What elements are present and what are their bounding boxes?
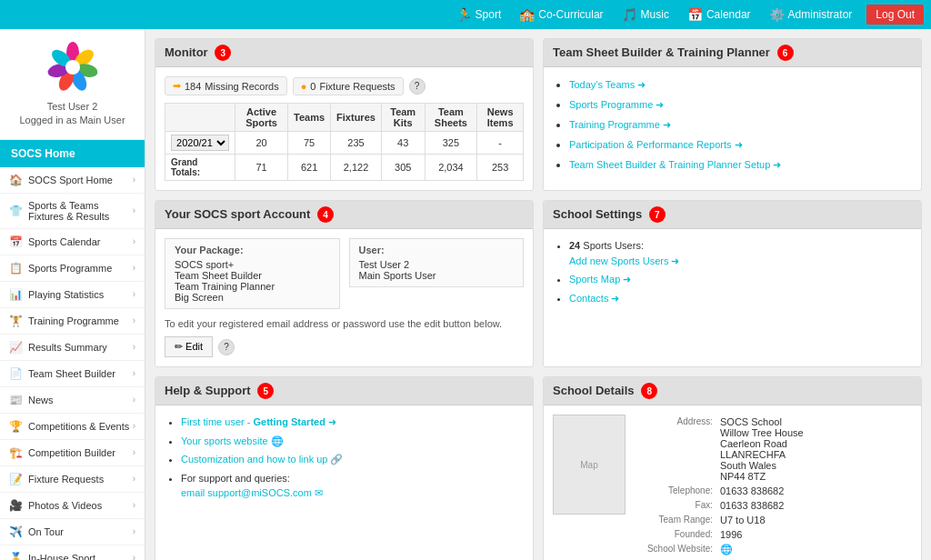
sports-teams-arrow: › <box>133 205 135 215</box>
school-details-content: Map Address: SOCS SchoolWillow Tree Hous… <box>553 415 912 560</box>
sidebar: Test User 2 Logged in as Main User SOCS … <box>0 29 145 560</box>
sidebar-item-sports-calendar[interactable]: 📅 Sports Calendar › <box>0 229 145 255</box>
fixture-requests-label: Fixture Requests <box>28 474 133 485</box>
monitor-year-select[interactable]: 2020/21 <box>171 135 229 151</box>
sidebar-user-role: Logged in as Main User <box>19 114 125 127</box>
team-sheet-builder-body: Today's Teams ➜ Sports Programme ➜ Train… <box>544 67 921 185</box>
news-icon: 📰 <box>9 394 23 406</box>
sports-teams-icon: 👕 <box>9 205 23 217</box>
help-first-time: First time user - Getting Started ➜ <box>181 415 524 430</box>
founded-value: 1996 <box>716 527 912 542</box>
tsb-link-setup: Team Sheet Builder & Training Planner Se… <box>569 156 912 173</box>
help-customization: Customization and how to link up 🔗 <box>181 452 524 467</box>
sidebar-item-comp-builder[interactable]: 🏗️ Competition Builder › <box>0 440 145 466</box>
alert-icon: ➡ <box>173 80 181 92</box>
monitor-year-select-cell[interactable]: 2020/21 <box>165 132 235 155</box>
sidebar-item-sport-home[interactable]: 🏠 SOCS Sport Home › <box>0 167 145 194</box>
school-website-link[interactable]: 🌐 <box>720 544 733 555</box>
logout-button[interactable]: Log Out <box>866 5 924 25</box>
nav-item-calendar[interactable]: 📅 Calendar <box>678 0 760 29</box>
sidebar-item-sports-teams[interactable]: 👕 Sports & TeamsFixtures & Results › <box>0 194 145 229</box>
sports-teams-label: Sports & TeamsFixtures & Results <box>28 200 133 222</box>
sidebar-item-sports-programme[interactable]: 📋 Sports Programme › <box>0 255 145 282</box>
sidebar-item-photos-videos[interactable]: 🎥 Photos & Videos › <box>0 493 145 519</box>
monitor-help-button[interactable]: ? <box>409 78 425 95</box>
training-label: Training Programme <box>28 315 133 326</box>
tsb-link-todays-teams: Today's Teams ➜ <box>569 76 912 93</box>
sidebar-home-item[interactable]: SOCS Home <box>0 140 145 167</box>
sidebar-item-competitions[interactable]: 🏆 Competitions & Events › <box>0 414 145 440</box>
fixture-requests-count: 0 <box>310 81 315 92</box>
nav-sport-label: Sport <box>476 8 502 21</box>
sports-website-link[interactable]: Your sports website 🌐 <box>181 435 284 446</box>
edit-button[interactable]: ✏ Edit <box>165 336 213 357</box>
fixture-requests-badge[interactable]: ● 0 Fixture Requests <box>293 77 404 95</box>
monitor-col-teams: Teams <box>288 104 331 132</box>
training-arrow: › <box>133 315 135 325</box>
help-support-title: Help & Support <box>165 384 251 397</box>
team-sheet-builder-header: Team Sheet Builder & Training Planner 6 <box>544 39 921 67</box>
sports-users-count: 24 <box>569 240 580 251</box>
tsb-link-training-programme: Training Programme ➜ <box>569 116 912 133</box>
sport-home-label: SOCS Sport Home <box>28 175 133 185</box>
package-item-1: SOCS sport+ <box>175 259 330 270</box>
sidebar-item-news[interactable]: 📰 News › <box>0 387 145 414</box>
nav-item-cocurricular[interactable]: 🏫 Co-Curricular <box>510 0 612 29</box>
comp-builder-label: Competition Builder <box>28 447 133 458</box>
nav-music-label: Music <box>641 8 669 21</box>
sidebar-logo-area: Test User 2 Logged in as Main User <box>0 29 145 140</box>
nav-item-sport[interactable]: 🏃 Sport <box>447 0 511 29</box>
nav-calendar-label: Calendar <box>706 8 751 21</box>
user-box: User: Test User 2 Main Sports User <box>349 238 525 287</box>
nav-administrator-label: Administrator <box>788 8 853 21</box>
tsb-link-participation: Participation & Performance Reports ➜ <box>569 136 912 153</box>
team-sheet-icon: 📄 <box>9 367 23 380</box>
results-label: Results Summary <box>28 342 133 353</box>
todays-teams-link[interactable]: Today's Teams ➜ <box>569 79 646 90</box>
sports-calendar-arrow: › <box>133 236 135 246</box>
sidebar-item-in-house[interactable]: 🏅 In-House Sport › <box>0 545 145 560</box>
nav-item-administrator[interactable]: ⚙️ Administrator <box>760 0 862 29</box>
participation-link[interactable]: Participation & Performance Reports ➜ <box>569 139 743 150</box>
dashboard-grid: Monitor 3 ➡ 184 Missing Records ● 0 Fi <box>155 38 922 560</box>
nav-item-music[interactable]: 🎵 Music <box>613 0 678 29</box>
sidebar-item-team-sheet[interactable]: 📄 Team Sheet Builder › <box>0 361 145 387</box>
sidebar-item-on-tour[interactable]: ✈️ On Tour › <box>0 519 145 545</box>
results-arrow: › <box>133 342 135 352</box>
package-box: Your Package: SOCS sport+ Team Sheet Bui… <box>165 238 340 309</box>
account-help-button[interactable]: ? <box>218 339 235 355</box>
sidebar-item-playing-stats[interactable]: 📊 Playing Statistics › <box>0 282 145 308</box>
sidebar-item-fixture-requests[interactable]: 📝 Fixture Requests › <box>0 466 145 493</box>
help-support-card: Help & Support 5 First time user - Getti… <box>155 376 534 560</box>
monitor-totals-sheets: 2,034 <box>425 155 477 181</box>
school-website-label: School Website: <box>635 542 716 557</box>
screen-number-7: 7 <box>649 206 666 223</box>
sports-calendar-label: Sports Calendar <box>28 236 133 247</box>
missing-records-badge[interactable]: ➡ 184 Missing Records <box>165 76 287 95</box>
add-users-link[interactable]: Add new Sports Users ➜ <box>569 255 680 266</box>
sidebar-item-results[interactable]: 📈 Results Summary › <box>0 335 145 361</box>
competitions-arrow: › <box>133 421 135 431</box>
address-label: Address: <box>635 415 716 484</box>
socs-account-body: Your Package: SOCS sport+ Team Sheet Bui… <box>155 229 533 366</box>
email-support-link[interactable]: email support@miSOCS.com ✉ <box>181 487 323 498</box>
results-icon: 📈 <box>9 341 23 354</box>
sports-programme-arrow: › <box>133 263 135 273</box>
sidebar-item-training[interactable]: 🏋️ Training Programme › <box>0 308 145 335</box>
first-time-link[interactable]: First time user - Getting Started ➜ <box>181 416 336 427</box>
sports-map-link[interactable]: Sports Map ➜ <box>569 274 631 285</box>
monitor-row-1: 2020/21 20 75 235 43 325 - <box>165 132 524 155</box>
account-edit-note: To edit your registered email address or… <box>165 318 524 329</box>
monitor-row-totals: Grand Totals: 71 621 2,122 305 2,034 253 <box>165 155 524 181</box>
school-settings-sports-map: Sports Map ➜ <box>569 272 912 287</box>
customization-link[interactable]: Customization and how to link up 🔗 <box>181 454 343 465</box>
socs-account-card: Your SOCS sport Account 4 Your Package: … <box>155 200 534 367</box>
setup-link[interactable]: Team Sheet Builder & Training Planner Se… <box>569 159 781 170</box>
photos-videos-arrow: › <box>133 500 135 510</box>
training-programme-link[interactable]: Training Programme ➜ <box>569 119 671 130</box>
missing-records-count: 184 <box>185 81 201 92</box>
school-settings-contacts: Contacts ➜ <box>569 291 912 306</box>
contacts-link[interactable]: Contacts ➜ <box>569 293 619 304</box>
sports-programme-link[interactable]: Sports Programme ➜ <box>569 99 664 110</box>
school-website-row: School Website: 🌐 <box>635 542 912 557</box>
